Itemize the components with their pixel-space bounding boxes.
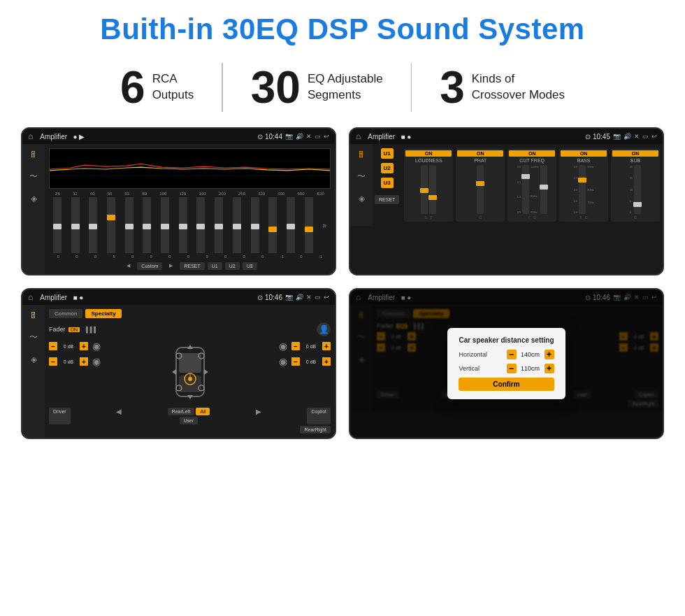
fader-plus-4[interactable]: + [322,357,331,366]
fader-left-arrow[interactable]: ◀ [116,408,122,424]
cutfreq-slider-1[interactable] [522,165,529,214]
cutfreq-slider-2[interactable] [540,165,547,214]
eq-close-icon[interactable]: ✕ [306,133,312,140]
eq-u2-btn[interactable]: U2 [225,262,240,270]
crossover-home-icon[interactable]: ⌂ [356,131,361,141]
fader-plus-2[interactable]: + [80,357,88,366]
eq-window-icon[interactable]: ▭ [315,133,321,140]
eq-reset-btn[interactable]: RESET [180,262,204,270]
eq-prev-btn[interactable]: ◀ [122,262,134,270]
phat-slider-1[interactable] [477,165,484,214]
crossover-back-icon[interactable]: ↩ [651,133,657,140]
eq-slider-12[interactable] [268,197,277,253]
eq-status-icons: ⊙ 10:44 📷 🔊 ✕ ▭ ↩ [257,133,329,141]
fader-home-icon[interactable]: ⌂ [28,292,33,302]
crossover-window-icon[interactable]: ▭ [642,133,649,140]
eq-slider-11[interactable] [251,197,259,253]
sub-on-badge[interactable]: ON [612,150,658,157]
fader-back-icon[interactable]: ↩ [324,294,329,301]
fader-driver-btn[interactable]: Driver [49,408,71,424]
dialog-confirm-button[interactable]: Confirm [459,378,554,391]
eq-slider-6[interactable] [161,197,169,253]
crossover-u3-btn[interactable]: U3 [381,178,394,188]
eq-slider-13[interactable] [287,197,295,253]
fader-copilot-btn[interactable]: Copilot [307,408,331,424]
home-icon[interactable]: ⌂ [28,131,33,141]
eq-slider-14[interactable] [305,197,313,253]
bass-slider-1[interactable] [579,165,586,214]
dialog-box: Car speaker distance setting Horizontal … [447,328,565,399]
crossover-sidebar-wave-icon[interactable]: 〜 [357,171,366,182]
fader-rearRight-btn[interactable]: RearRight [300,426,331,434]
eq-sidebar-speaker-icon[interactable]: ◈ [31,194,37,203]
fader-rearLeft-btn[interactable]: RearLeft [168,408,195,415]
fader-sidebar-speaker-icon[interactable]: ◈ [31,354,37,364]
eq-screen-body: 🎚 〜 ◈ [22,144,335,274]
cutfreq-on-badge[interactable]: ON [509,150,555,157]
eq-u1-btn[interactable]: U1 [208,262,222,270]
crossover-sidebar-speaker-icon[interactable]: ◈ [359,194,365,203]
crossover-sidebar-eq-icon[interactable]: 🎚 [357,150,366,159]
loudness-slider-2[interactable] [429,165,436,214]
loudness-title: LOUDNESS [415,158,442,163]
eq-custom-btn[interactable]: Custom [137,262,162,270]
eq-sidebar-eq-icon[interactable]: 🎚 [29,150,38,159]
eq-slider-1[interactable] [71,197,80,253]
fader-status-icons: ⊙ 10:46 📷 🔊 ✕ ▭ ↩ [257,294,329,301]
fader-sidebar-eq-icon[interactable]: 🎚 [29,310,38,320]
fader-user-btn[interactable]: User [180,417,199,424]
dialog-vertical-plus[interactable]: + [545,364,554,373]
fader-plus-1[interactable]: + [80,342,88,350]
eq-slider-7[interactable] [179,197,187,253]
eq-sidebar-wave-icon[interactable]: 〜 [29,171,38,182]
loudness-on-badge[interactable]: ON [405,150,452,157]
fader-sidebar-wave-icon[interactable]: 〜 [29,331,38,343]
eq-u3-btn[interactable]: U3 [243,262,257,270]
crossover-u2-btn[interactable]: U2 [381,163,394,173]
eq-slider-0[interactable] [53,197,62,253]
loudness-slider-1[interactable] [421,165,428,214]
crossover-col-phat: ON PHAT G [456,148,505,222]
dialog-horizontal-label: Horizontal [459,351,487,358]
cutfreq-title: CUT FREQ [519,158,545,163]
fader-minus-2[interactable]: − [49,357,57,366]
eq-slider-4[interactable] [125,197,134,253]
eq-freq-labels: 25 32 40 50 63 80 100 125 160 200 250 32… [49,192,331,196]
stat-rca: 6 RCA Outputs [92,65,222,110]
eq-slider-5[interactable] [143,197,151,253]
svg-rect-4 [179,353,201,373]
sub-slider-1[interactable] [634,165,641,214]
bass-on-badge[interactable]: ON [561,150,607,157]
dialog-vertical-label: Vertical [459,365,480,372]
eq-slider-3[interactable] [107,197,115,253]
dialog-horizontal-plus[interactable]: + [545,350,554,359]
fader-main: Common Specialty Fader ON ▐▐▐ 👤 [45,305,335,438]
eq-next-btn[interactable]: ▶ [165,262,177,270]
speaker-icon-3: ◉ [279,341,287,352]
fader-all-btn[interactable]: All [196,408,210,415]
fader-volume-icon: 🔊 [296,294,303,301]
dialog-vertical-minus[interactable]: − [507,364,517,373]
fader-minus-4[interactable]: − [291,357,300,366]
fader-minus-1[interactable]: − [49,342,57,350]
eq-back-icon[interactable]: ↩ [324,133,329,140]
crossover-u1-btn[interactable]: U1 [381,148,394,159]
eq-slider-10[interactable] [233,197,241,253]
eq-slider-8[interactable] [196,197,205,253]
fader-window-icon[interactable]: ▭ [315,294,321,301]
fader-on-badge[interactable]: ON [68,327,80,332]
fader-close-icon[interactable]: ✕ [306,294,312,301]
screens-grid: ⌂ Amplifier ● ▶ ⊙ 10:44 📷 🔊 ✕ ▭ ↩ 🎚 〜 ◈ [21,127,664,439]
crossover-reset-btn[interactable]: RESET [375,195,399,204]
fader-tab-specialty[interactable]: Specialty [85,309,121,318]
crossover-close-icon[interactable]: ✕ [634,133,640,140]
eq-slider-2[interactable] [89,197,97,253]
phat-on-badge[interactable]: ON [457,150,503,157]
dialog-horizontal-minus[interactable]: − [507,350,517,359]
stat-rca-number: 6 [120,65,145,110]
fader-tab-common[interactable]: Common [49,309,82,318]
fader-plus-3[interactable]: + [322,342,331,350]
fader-right-arrow[interactable]: ▶ [256,408,261,424]
eq-slider-9[interactable] [215,197,223,253]
fader-minus-3[interactable]: − [291,342,300,350]
